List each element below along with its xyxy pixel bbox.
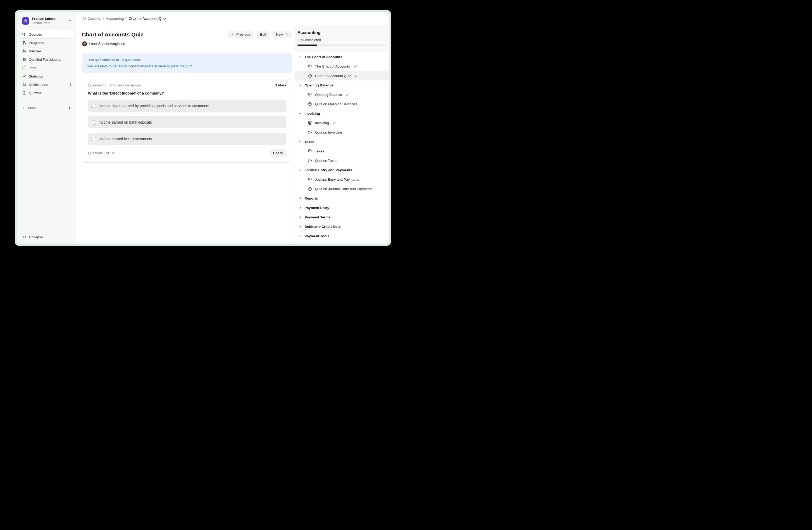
outline-item-label: The Chart of Accounts: [315, 65, 350, 68]
question-marks: 1 Mark: [275, 83, 287, 87]
outline-section-the-chart-of-accounts[interactable]: The Chart of Accounts: [295, 52, 389, 61]
question-progress: Question 1 of 10: [88, 151, 270, 155]
sidebar-item-jobs[interactable]: Jobs: [20, 64, 74, 72]
graduation-cap-icon: [22, 57, 26, 61]
outline-section-label: The Chart of Accounts: [305, 55, 342, 59]
chevron-down-icon: [68, 18, 72, 23]
author-name: Linet Sherin Varghese: [89, 42, 125, 46]
sidebar-item-courses[interactable]: Courses: [20, 30, 74, 38]
chevron-down-icon: [299, 55, 302, 59]
chevron-down-icon: [299, 112, 302, 115]
lesson-icon: [308, 177, 312, 182]
outline-item-taxes[interactable]: Taxes: [295, 147, 389, 156]
workspace-switcher[interactable]: Frappe School Jannat Patel: [17, 12, 76, 25]
sidebar-more[interactable]: More: [17, 104, 76, 112]
answer-option-1[interactable]: Income that is earned by providing goods…: [88, 100, 287, 112]
outline-item-label: Journal Entry and Payments: [315, 178, 360, 181]
chevron-right-icon: [299, 197, 302, 200]
course-title: Accounting: [298, 30, 386, 35]
quiz-icon: [308, 73, 312, 78]
outline-section-payment-tools[interactable]: Payment Tools: [295, 231, 389, 241]
check-button[interactable]: Check: [270, 149, 287, 157]
edit-button[interactable]: Edit: [257, 31, 270, 38]
outline-section-label: Taxes: [305, 140, 314, 144]
outline-item-chart-of-accounts-quiz[interactable]: Chart of Accounts Quiz: [295, 71, 389, 80]
outline-section-opening-balance[interactable]: Opening Balance: [295, 80, 389, 90]
sidebar-item-notifications[interactable]: Notifications1: [20, 81, 74, 88]
chevron-down-icon: [299, 168, 302, 172]
outline-section-payment-terms[interactable]: Payment Terms: [295, 212, 389, 222]
outline-item-label: Invoicing: [315, 121, 329, 125]
sidebar-item-programs[interactable]: Programs: [20, 39, 74, 46]
breadcrumb-separator: /: [126, 16, 127, 21]
chevron-right-icon: [22, 106, 26, 110]
outline-item-quiz-on-invoicing[interactable]: Quiz on Invoicing: [295, 127, 389, 137]
sidebar-item-quizzes[interactable]: Quizzes: [20, 89, 74, 97]
radio-button-icon[interactable]: [91, 104, 96, 108]
topbar-right-spacer: [294, 12, 389, 25]
sidebar-item-batches[interactable]: Batches: [20, 47, 74, 55]
outline-item-quiz-on-journal-entry-and-payments[interactable]: Quiz on Journal Entry and Payments: [295, 184, 389, 194]
next-button[interactable]: Next: [273, 31, 292, 38]
previous-button[interactable]: Previous: [228, 31, 253, 38]
next-label: Next: [276, 32, 283, 37]
current-user: Jannat Patel: [32, 21, 66, 25]
workspace-info: Frappe School Jannat Patel: [32, 17, 66, 25]
outline-item-invoicing[interactable]: Invoicing: [295, 118, 389, 127]
notification-count-badge: 1: [70, 83, 71, 86]
quiz-icon: [308, 158, 312, 163]
outline-section-journal-entry-and-payments[interactable]: Journal Entry and Payments: [295, 165, 389, 175]
check-label: Check: [273, 151, 283, 155]
outline-item-journal-entry-and-payments[interactable]: Journal Entry and Payments: [295, 175, 389, 184]
answer-option-3[interactable]: Income earned from investments: [88, 133, 287, 145]
outline-item-the-chart-of-accounts[interactable]: The Chart of Accounts: [295, 61, 389, 71]
left-sidebar: Frappe School Jannat Patel CoursesProgra…: [17, 12, 76, 243]
radio-button-icon[interactable]: [91, 120, 96, 125]
sidebar-item-label: Programs: [29, 41, 71, 45]
quiz-icon: [308, 130, 312, 135]
breadcrumb-current: Chart of Accounts Quiz: [129, 16, 166, 21]
app-title: Frappe School: [32, 17, 66, 21]
outline-item-quiz-on-taxes[interactable]: Quiz on Taxes: [295, 156, 389, 165]
lesson-icon: [308, 93, 312, 97]
top-bar: All Courses/Accounting/Chart of Accounts…: [76, 12, 389, 25]
outline-section-reports[interactable]: Reports: [295, 194, 389, 203]
sidebar-item-label: Jobs: [29, 66, 71, 70]
lesson-icon: [308, 64, 312, 69]
outline-item-opening-balance[interactable]: Opening Balance: [295, 90, 389, 99]
radio-button-icon[interactable]: [91, 137, 96, 141]
chevron-right-icon: [299, 215, 302, 219]
outline-item-label: Quiz on Taxes: [315, 159, 337, 163]
outline-item-label: Opening Balance: [315, 93, 342, 97]
collapse-icon: [22, 235, 26, 239]
breadcrumb-link-accounting[interactable]: Accounting: [106, 16, 124, 21]
outline-section-payment-entry[interactable]: Payment Entry: [295, 203, 389, 212]
outline-section-invoicing[interactable]: Invoicing: [295, 109, 389, 118]
course-progress-bar: [298, 44, 386, 46]
outline-section-taxes[interactable]: Taxes: [295, 137, 389, 147]
outline-section-debit-and-credit-note[interactable]: Debit and Credit Note: [295, 222, 389, 231]
outline-section-label: Opening Balance: [305, 83, 333, 87]
answer-option-2[interactable]: Income earned on bank deposits: [88, 116, 287, 128]
main-content: Chart of Accounts Quiz Previous Edit: [76, 25, 294, 243]
course-progress-fill: [298, 44, 317, 46]
quiz-icon: [308, 187, 312, 191]
sidebar-item-label: Courses: [29, 32, 71, 37]
book-open-icon: [22, 32, 26, 37]
sidebar-item-label: Statistics: [29, 74, 71, 78]
sidebar-item-certified-participants[interactable]: Certified Participants: [20, 56, 74, 64]
author-row: Linet Sherin Varghese: [82, 41, 292, 46]
outline-item-quiz-on-opening-balances[interactable]: Quiz on Opening Balances: [295, 99, 389, 109]
answer-option-label: Income earned on bank deposits: [99, 120, 152, 124]
collapse-sidebar-button[interactable]: Collapse: [17, 233, 76, 241]
sidebar-item-label: Quizzes: [29, 91, 71, 95]
plus-icon[interactable]: [68, 106, 71, 110]
lesson-icon: [308, 121, 312, 125]
breadcrumb-link-all-courses[interactable]: All Courses: [83, 16, 101, 21]
sidebar-item-label: Certified Participants: [29, 58, 71, 61]
lesson-icon: [308, 149, 312, 153]
sidebar-item-statistics[interactable]: Statistics: [20, 72, 74, 80]
breadcrumb-separator: /: [103, 16, 104, 21]
frappe-school-logo-icon: [22, 17, 29, 25]
course-outline-list: The Chart of AccountsThe Chart of Accoun…: [295, 51, 389, 243]
